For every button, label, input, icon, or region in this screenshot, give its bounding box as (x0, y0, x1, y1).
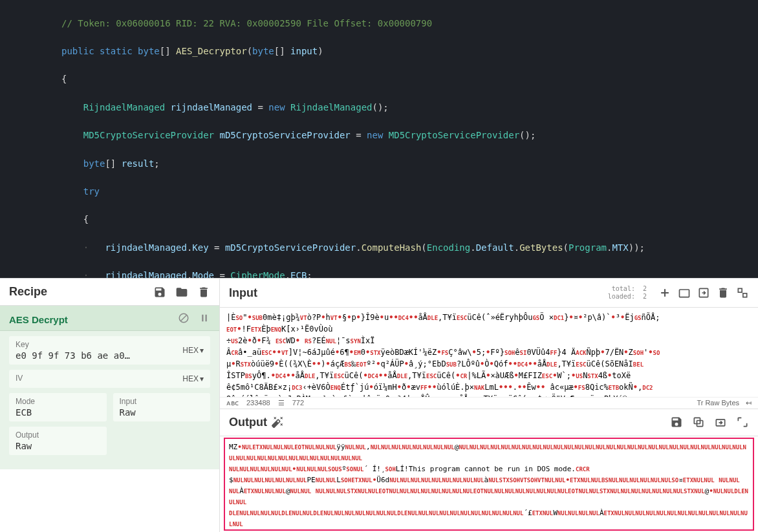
abc-indicator: ᴀʙᴄ (226, 399, 239, 407)
iv-format-dropdown[interactable]: HEX▾ (182, 374, 204, 383)
svg-rect-9 (743, 293, 747, 297)
svg-line-1 (181, 315, 187, 321)
move-output-icon[interactable] (714, 416, 727, 429)
output-data[interactable]: MZ•NULETXNULNULNULEOTNULNULNULÿÿNULNUL,N… (224, 438, 754, 531)
mode-field[interactable]: Mode ECB (9, 393, 107, 421)
open-file-icon[interactable] (697, 286, 710, 299)
input-data[interactable]: |ÈSO"•SUB0mè‡¡gþ¾VTò?P•hVT•§•p•}Î9è•u••D… (220, 308, 758, 397)
add-tab-icon[interactable] (658, 286, 671, 299)
chevron-down-icon: ▾ (200, 346, 204, 355)
output-section: Output MZ•NULETXNULNULNULEOTNULNULNULÿÿN… (220, 409, 758, 532)
output-title: Output (229, 416, 267, 429)
iv-field[interactable]: IV HEX▾ (9, 370, 210, 388)
lines-icon: ☰ (278, 399, 285, 407)
chevron-down-icon: ▾ (200, 374, 204, 383)
save-icon[interactable] (153, 286, 166, 299)
folder-icon[interactable] (175, 286, 188, 299)
maximize-icon[interactable] (736, 286, 749, 299)
open-folder-icon[interactable] (678, 286, 691, 299)
key-field[interactable]: Key e0 9f 9f 73 b6 ae a0… HEX▾ (9, 336, 210, 365)
code-editor: // Token: 0x06000016 RID: 22 RVA: 0x0000… (0, 0, 758, 278)
operation-aes-decrypt[interactable]: AES Decrypt (0, 306, 219, 331)
code-comment: // Token: 0x06000016 RID: 22 RVA: 0x0000… (61, 18, 432, 28)
operation-name: AES Decrypt (9, 314, 68, 325)
svg-rect-8 (738, 288, 742, 292)
io-panel: Input total: 2 loaded: 2 |ÈSO"•SUB0mè‡¡g… (220, 279, 758, 532)
input-status-bar: ᴀʙᴄ 233488 ☰ 772 Tr Raw Bytes ↤ (220, 397, 758, 409)
key-format-dropdown[interactable]: HEX▾ (182, 346, 204, 355)
char-count: 233488 (246, 399, 270, 407)
magic-icon[interactable] (271, 416, 284, 429)
input-type-field[interactable]: Input Raw (113, 393, 211, 421)
recipe-title: Recipe (9, 285, 47, 299)
operation-fields: Key e0 9f 9f 73 b6 ae a0… HEX▾ IV HEX▾ (0, 331, 219, 469)
maximize-output-icon[interactable] (736, 416, 749, 429)
line-count: 772 (292, 399, 304, 407)
line-wrap-icon[interactable]: ↤ (746, 399, 752, 407)
pause-icon[interactable] (199, 312, 210, 326)
input-section: Input total: 2 loaded: 2 |ÈSO"•SUB0mè‡¡g… (220, 279, 758, 409)
svg-rect-3 (206, 315, 207, 322)
cyberchef-app: Recipe AES Decrypt Key e0 9f 9f (0, 278, 758, 532)
svg-rect-2 (202, 315, 203, 322)
copy-icon[interactable] (692, 416, 705, 429)
input-stats: total: 2 loaded: 2 (608, 285, 647, 301)
disable-icon[interactable] (178, 312, 190, 326)
raw-bytes-label[interactable]: Tr Raw Bytes (697, 399, 739, 407)
save-output-icon[interactable] (670, 416, 683, 429)
trash-icon[interactable] (197, 286, 210, 299)
recipe-panel: Recipe AES Decrypt Key e0 9f 9f (0, 279, 220, 532)
output-type-field[interactable]: Output Raw (9, 427, 107, 455)
input-title: Input (229, 286, 257, 300)
clear-input-icon[interactable] (717, 286, 730, 299)
svg-rect-6 (680, 290, 689, 297)
